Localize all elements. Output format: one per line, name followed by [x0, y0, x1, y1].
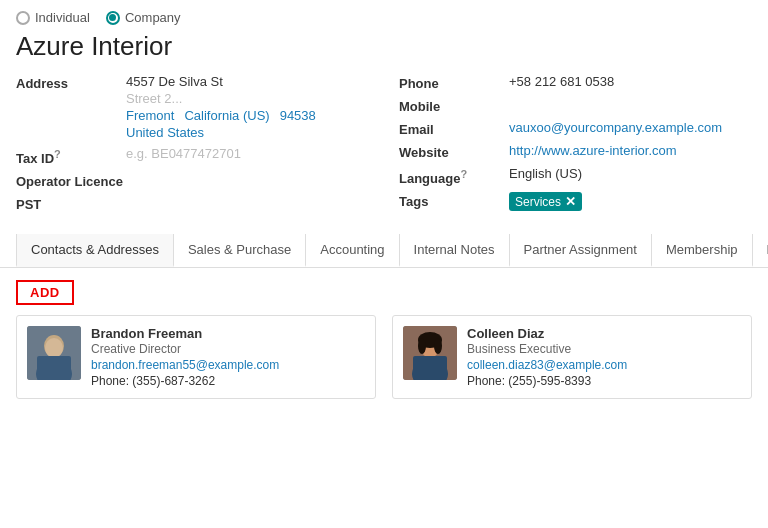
address-label: Address [16, 74, 126, 91]
tags-label: Tags [399, 192, 509, 209]
tags-value: Services ✕ [509, 192, 752, 211]
radio-group: Individual Company [16, 10, 181, 25]
email-label: Email [399, 120, 509, 137]
left-column: Address 4557 De Silva St Street 2... Fre… [16, 74, 369, 218]
contact-phone-1: Phone: (355)-687-3262 [91, 374, 365, 388]
contact-title-1: Creative Director [91, 342, 365, 356]
address-city-row: Fremont California (US) 94538 [126, 108, 369, 123]
contact-name-1: Brandon Freeman [91, 326, 365, 341]
tab-partner[interactable]: Partner Assignment [510, 234, 652, 267]
contact-phone-2: Phone: (255)-595-8393 [467, 374, 741, 388]
city[interactable]: Fremont [126, 108, 174, 123]
website-value[interactable]: http://www.azure-interior.com [509, 143, 752, 158]
contact-info-2: Colleen Diaz Business Executive colleen.… [467, 326, 741, 388]
individual-label: Individual [35, 10, 90, 25]
phone-label: Phone [399, 74, 509, 91]
pst-label: PST [16, 195, 126, 212]
country[interactable]: United States [126, 125, 369, 140]
svg-point-11 [434, 338, 442, 354]
add-button[interactable]: ADD [16, 280, 74, 305]
tab-contacts[interactable]: Contacts & Addresses [16, 234, 174, 267]
website-field: Website http://www.azure-interior.com [399, 143, 752, 160]
main-content: Address 4557 De Silva St Street 2... Fre… [0, 74, 768, 218]
add-button-wrap: ADD [16, 280, 752, 305]
pst-field: PST [16, 195, 369, 212]
email-field: Email vauxoo@yourcompany.example.com [399, 120, 752, 137]
email-value[interactable]: vauxoo@yourcompany.example.com [509, 120, 752, 135]
contact-card-1: Brandon Freeman Creative Director brando… [16, 315, 376, 399]
mobile-label: Mobile [399, 97, 509, 114]
svg-rect-4 [37, 356, 71, 380]
language-value[interactable]: English (US) [509, 166, 752, 181]
language-field: Language? English (US) [399, 166, 752, 186]
tab-mxedi[interactable]: MX EDI [753, 234, 769, 267]
contact-email-2[interactable]: colleen.diaz83@example.com [467, 358, 741, 372]
operator-field: Operator Licence [16, 172, 369, 189]
svg-point-10 [418, 338, 426, 354]
website-label: Website [399, 143, 509, 160]
individual-radio-circle [16, 11, 30, 25]
contact-name-2: Colleen Diaz [467, 326, 741, 341]
street2[interactable]: Street 2... [126, 91, 369, 106]
mobile-field: Mobile [399, 97, 752, 114]
services-tag[interactable]: Services ✕ [509, 192, 582, 211]
company-label: Company [125, 10, 181, 25]
tag-remove-icon[interactable]: ✕ [565, 194, 576, 209]
phone-value[interactable]: +58 212 681 0538 [509, 74, 752, 89]
operator-label: Operator Licence [16, 172, 126, 189]
tag-label: Services [515, 195, 561, 209]
individual-radio[interactable]: Individual [16, 10, 90, 25]
contact-card-2: Colleen Diaz Business Executive colleen.… [392, 315, 752, 399]
avatar-2 [403, 326, 457, 380]
type-selector: Individual Company [0, 0, 768, 29]
language-label: Language? [399, 166, 509, 186]
right-column: Phone +58 212 681 0538 Mobile Email vaux… [399, 74, 752, 218]
taxid-value[interactable]: e.g. BE0477472701 [126, 146, 369, 161]
zip: 94538 [280, 108, 316, 123]
tags-field: Tags Services ✕ [399, 192, 752, 211]
tab-sales[interactable]: Sales & Purchase [174, 234, 306, 267]
page-title: Azure Interior [0, 29, 768, 74]
avatar-1 [27, 326, 81, 380]
phone-field: Phone +58 212 681 0538 [399, 74, 752, 91]
svg-point-3 [45, 338, 63, 358]
address-value: 4557 De Silva St Street 2... Fremont Cal… [126, 74, 369, 140]
taxid-label: Tax ID? [16, 146, 126, 166]
contacts-grid: Brandon Freeman Creative Director brando… [16, 315, 752, 399]
contact-title-2: Business Executive [467, 342, 741, 356]
company-radio-circle [106, 11, 120, 25]
tab-membership[interactable]: Membership [652, 234, 753, 267]
svg-rect-8 [413, 356, 447, 380]
street1[interactable]: 4557 De Silva St [126, 74, 369, 89]
tab-content: ADD Brandon Freeman Creative Director br… [0, 268, 768, 411]
taxid-field: Tax ID? e.g. BE0477472701 [16, 146, 369, 166]
contact-info-1: Brandon Freeman Creative Director brando… [91, 326, 365, 388]
tab-accounting[interactable]: Accounting [306, 234, 399, 267]
address-field: Address 4557 De Silva St Street 2... Fre… [16, 74, 369, 140]
state: California (US) [184, 108, 269, 123]
tab-notes[interactable]: Internal Notes [400, 234, 510, 267]
tabs-bar: Contacts & Addresses Sales & Purchase Ac… [0, 234, 768, 268]
company-radio[interactable]: Company [106, 10, 181, 25]
contact-email-1[interactable]: brandon.freeman55@example.com [91, 358, 365, 372]
